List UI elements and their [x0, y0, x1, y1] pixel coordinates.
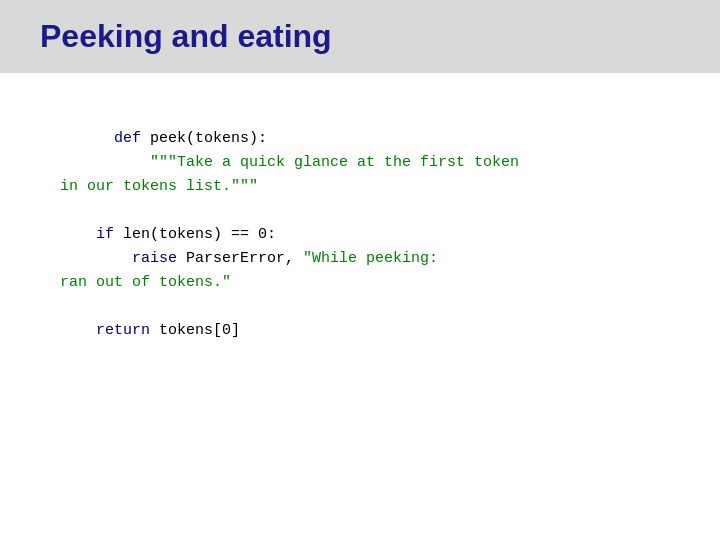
title-bar: Peeking and eating [0, 0, 720, 73]
slide-title: Peeking and eating [40, 18, 332, 54]
code-line-2: """Take a quick glance at the first toke… [60, 154, 519, 195]
code-line-1: def peek(tokens): [114, 130, 267, 147]
code-line-3: if len(tokens) == 0: raise ParserError, … [60, 226, 438, 339]
slide: Peeking and eating def peek(tokens): """… [0, 0, 720, 540]
code-block: def peek(tokens): """Take a quick glance… [60, 103, 660, 367]
content-area: def peek(tokens): """Take a quick glance… [0, 73, 720, 540]
